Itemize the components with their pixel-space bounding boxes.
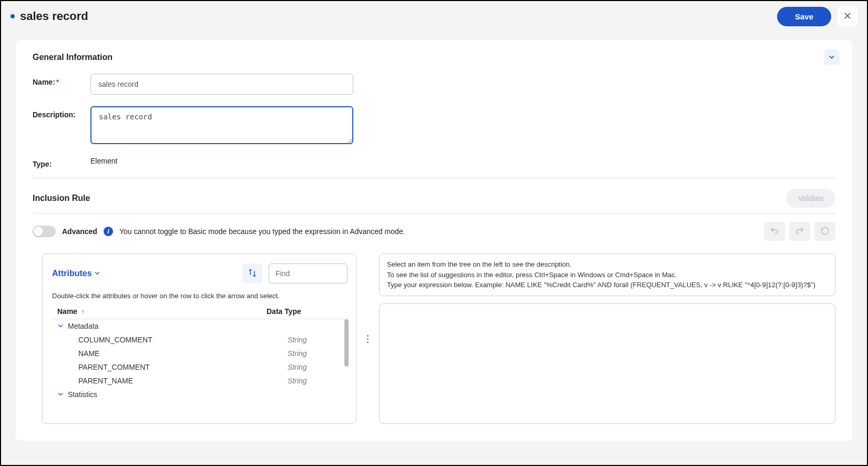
- page-header: sales record Save: [1, 1, 867, 29]
- tree-item-name: COLUMN_COMMENT: [78, 336, 288, 344]
- general-information-title: General Information: [33, 53, 835, 62]
- save-button[interactable]: Save: [777, 7, 831, 26]
- required-asterisk: *: [56, 78, 59, 86]
- expression-editor[interactable]: [379, 303, 835, 424]
- tree-item-type: String: [288, 363, 307, 371]
- chevron-down-icon: [94, 269, 100, 278]
- scrollbar[interactable]: [344, 319, 349, 367]
- hint-line: Type your expression below. Example: NAM…: [387, 280, 828, 290]
- resize-handle[interactable]: [366, 254, 370, 424]
- attributes-tree: MetadataCOLUMN_COMMENTStringNAMEStringPA…: [52, 319, 348, 401]
- close-button[interactable]: [838, 6, 857, 26]
- collapse-section-button[interactable]: [824, 49, 840, 65]
- tree-item[interactable]: PARENT_COMMENTString: [52, 360, 348, 374]
- description-row: Description:: [33, 106, 835, 144]
- hint-line: Select an item from the tree on the left…: [387, 259, 828, 270]
- type-label: Type:: [33, 156, 90, 168]
- tree-item-name: PARENT_COMMENT: [78, 363, 288, 371]
- tree-item-type: String: [288, 377, 307, 385]
- undo-button[interactable]: [764, 222, 785, 241]
- undo-icon: [770, 226, 779, 237]
- chevron-down-icon: [57, 322, 64, 330]
- redo-button[interactable]: [789, 222, 810, 241]
- tree-item[interactable]: PARENT_NAMEString: [52, 374, 348, 388]
- expression-hint-box: Select an item from the tree on the left…: [379, 254, 835, 296]
- chevron-down-icon: [57, 390, 64, 399]
- hint-line: To see the list of suggestions in the ed…: [387, 270, 828, 280]
- close-icon: [844, 11, 851, 22]
- divider: [33, 178, 835, 178]
- tree-item-name: NAME: [78, 349, 288, 358]
- sort-button[interactable]: [242, 264, 262, 283]
- expression-column: Select an item from the tree on the left…: [379, 254, 835, 424]
- tree-item[interactable]: COLUMN_COMMENTString: [52, 333, 348, 347]
- inclusion-rule-title: Inclusion Rule: [33, 194, 786, 203]
- modified-indicator-dot: [11, 14, 15, 18]
- tree-item-type: String: [288, 336, 307, 344]
- find-input[interactable]: [269, 264, 348, 283]
- tree-group-label: Statistics: [68, 390, 97, 399]
- tree-group-label: Metadata: [68, 322, 98, 330]
- type-row: Type: Element: [33, 156, 835, 168]
- name-row: Name:*: [33, 74, 835, 95]
- tree-item-name: PARENT_NAME: [78, 377, 288, 385]
- chevron-down-icon: [828, 53, 835, 62]
- inclusion-rule-header: Inclusion Rule Validate: [33, 189, 835, 208]
- advanced-toggle[interactable]: [33, 226, 56, 237]
- tree-group[interactable]: Metadata: [52, 319, 348, 333]
- validate-button[interactable]: Validate: [786, 189, 835, 208]
- attributes-table-header: Name ↑ Data Type: [52, 305, 348, 319]
- name-input[interactable]: [90, 74, 353, 95]
- rule-body: Attributes Double-click the attributes o…: [33, 254, 835, 424]
- column-header-name[interactable]: Name: [57, 307, 77, 316]
- reset-icon: [820, 226, 830, 237]
- sort-icon: [248, 268, 257, 279]
- divider: [33, 213, 835, 214]
- reset-button[interactable]: [814, 222, 835, 241]
- info-icon: i: [104, 227, 113, 236]
- advanced-toggle-label: Advanced: [62, 227, 97, 236]
- column-header-type[interactable]: Data Type: [267, 307, 342, 316]
- attributes-dropdown[interactable]: Attributes: [52, 269, 100, 278]
- advanced-toggle-row: Advanced i You cannot toggle to Basic mo…: [33, 222, 835, 241]
- attributes-hint: Double-click the attributes or hover on …: [52, 292, 348, 300]
- page-title: sales record: [20, 9, 777, 23]
- description-input[interactable]: [90, 106, 353, 144]
- type-value: Element: [90, 156, 117, 165]
- main-card: General Information Name:* Description: …: [16, 40, 852, 441]
- advanced-info-text: You cannot toggle to Basic mode because …: [119, 227, 405, 236]
- tree-item[interactable]: NAMEString: [52, 347, 348, 360]
- name-label: Name:*: [33, 74, 90, 86]
- attributes-panel: Attributes Double-click the attributes o…: [42, 254, 356, 424]
- tree-item-type: String: [288, 349, 307, 358]
- redo-icon: [795, 226, 804, 237]
- sort-ascending-icon: ↑: [81, 308, 85, 315]
- description-label: Description:: [33, 106, 90, 119]
- tree-group[interactable]: Statistics: [52, 388, 348, 401]
